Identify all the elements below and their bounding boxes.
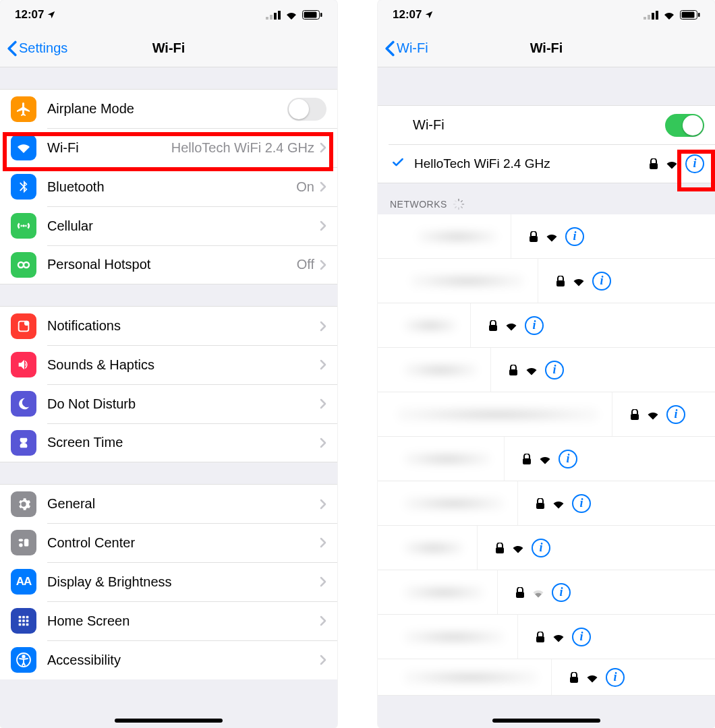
info-button[interactable]: i — [559, 450, 577, 468]
network-row[interactable]: i — [378, 615, 715, 659]
row-screen-time[interactable]: Screen Time — [0, 423, 337, 462]
svg-rect-42 — [556, 280, 565, 286]
wifi-icon — [285, 10, 298, 20]
phone-wifi: 12:07 Wi-Fi Wi-Fi Wi-Fi HelloTech WiFi 2… — [378, 0, 715, 728]
chevron-right-icon — [320, 398, 326, 409]
network-row[interactable]: i — [378, 570, 715, 615]
row-notifications[interactable]: Notifications — [0, 306, 337, 345]
accessibility-icon — [11, 647, 36, 673]
network-row[interactable]: i — [378, 392, 715, 437]
svg-rect-39 — [453, 204, 456, 205]
wifi-toggle[interactable] — [665, 114, 704, 137]
info-button[interactable]: i — [572, 494, 591, 513]
info-button[interactable]: i — [552, 583, 571, 602]
row-personal-hotspot[interactable]: Personal Hotspot Off — [0, 245, 337, 284]
nav-bar: Settings Wi-Fi — [0, 30, 337, 67]
row-bluetooth[interactable]: Bluetooth On — [0, 167, 337, 206]
airplane-toggle[interactable] — [287, 98, 326, 121]
row-do-not-disturb[interactable]: Do Not Disturb — [0, 384, 337, 423]
network-row[interactable]: i — [378, 259, 715, 303]
wifi-signal-icon — [665, 158, 679, 169]
cellular-icon — [11, 213, 36, 239]
svg-rect-45 — [631, 414, 639, 420]
info-button[interactable]: i — [525, 316, 544, 335]
network-row[interactable]: i — [378, 303, 715, 348]
svg-rect-33 — [458, 199, 459, 202]
svg-rect-20 — [19, 624, 22, 626]
back-button[interactable]: Settings — [7, 40, 67, 57]
row-value: On — [296, 179, 314, 195]
back-label: Settings — [19, 40, 67, 56]
home-indicator[interactable] — [115, 719, 223, 723]
row-label: Wi-Fi — [47, 140, 171, 156]
network-row[interactable]: i — [378, 526, 715, 570]
network-row[interactable]: i — [378, 659, 715, 696]
row-home-screen[interactable]: Home Screen — [0, 601, 337, 640]
network-row[interactable]: i — [378, 437, 715, 481]
home-indicator[interactable] — [492, 719, 600, 723]
svg-rect-30 — [682, 12, 695, 18]
svg-point-10 — [24, 320, 29, 325]
info-button[interactable]: i — [685, 154, 704, 173]
svg-rect-49 — [516, 592, 524, 598]
network-row[interactable]: i — [378, 348, 715, 392]
row-label: Home Screen — [47, 613, 320, 629]
chevron-right-icon — [320, 260, 326, 270]
info-button[interactable]: i — [572, 628, 591, 646]
wifi-signal-icon — [552, 498, 565, 509]
nav-title: Wi-Fi — [530, 40, 563, 56]
svg-rect-26 — [648, 15, 650, 20]
lock-icon — [536, 632, 545, 642]
chevron-right-icon — [320, 615, 326, 626]
row-value: HelloTech WiFi 2.4 GHz — [171, 140, 314, 156]
info-button[interactable]: i — [606, 668, 625, 687]
info-button[interactable]: i — [592, 272, 611, 291]
row-label: General — [47, 496, 320, 512]
back-label: Wi-Fi — [397, 40, 428, 56]
svg-rect-12 — [24, 539, 28, 547]
svg-point-24 — [22, 655, 25, 658]
svg-rect-41 — [530, 236, 538, 242]
row-control-center[interactable]: Control Center — [0, 523, 337, 562]
network-row[interactable]: i — [378, 481, 715, 526]
row-sounds-haptics[interactable]: Sounds & Haptics — [0, 345, 337, 384]
svg-rect-38 — [455, 206, 457, 209]
lock-icon — [569, 672, 579, 683]
svg-rect-31 — [698, 13, 700, 17]
wifi-signal-icon — [545, 231, 559, 242]
row-connected-network[interactable]: HelloTech WiFi 2.4 GHz i — [378, 144, 715, 183]
svg-rect-34 — [461, 200, 463, 203]
lock-icon — [495, 543, 505, 553]
row-cellular[interactable]: Cellular — [0, 206, 337, 245]
row-accessibility[interactable]: Accessibility — [0, 640, 337, 679]
svg-rect-37 — [458, 208, 459, 210]
network-list: i i i i — [378, 214, 715, 696]
info-button[interactable]: i — [532, 539, 550, 557]
svg-rect-48 — [496, 547, 504, 553]
chevron-right-icon — [320, 499, 326, 510]
row-label: Screen Time — [47, 435, 320, 450]
chevron-right-icon — [320, 359, 326, 370]
wifi-signal-icon — [505, 320, 518, 331]
row-general[interactable]: General — [0, 484, 337, 523]
networks-header: NETWORKS — [378, 183, 715, 214]
wifi-signal-icon — [572, 276, 585, 286]
wifi-signal-icon — [511, 543, 525, 553]
info-button[interactable]: i — [565, 227, 584, 246]
row-value: Off — [297, 257, 314, 272]
chevron-right-icon — [320, 437, 326, 448]
row-wifi[interactable]: Wi-Fi HelloTech WiFi 2.4 GHz — [0, 128, 337, 167]
svg-rect-22 — [26, 624, 29, 626]
sounds-icon — [11, 352, 36, 377]
info-button[interactable]: i — [545, 361, 564, 380]
row-airplane-mode[interactable]: Airplane Mode — [0, 89, 337, 128]
row-label: Display & Brightness — [47, 574, 320, 590]
row-label: Control Center — [47, 535, 320, 551]
back-button[interactable]: Wi-Fi — [384, 40, 428, 57]
svg-rect-14 — [19, 616, 22, 619]
row-wifi-toggle[interactable]: Wi-Fi — [378, 105, 715, 144]
row-display-brightness[interactable]: AA Display & Brightness — [0, 562, 337, 601]
network-row[interactable]: i — [378, 214, 715, 259]
info-button[interactable]: i — [666, 405, 685, 424]
chevron-right-icon — [320, 655, 326, 665]
